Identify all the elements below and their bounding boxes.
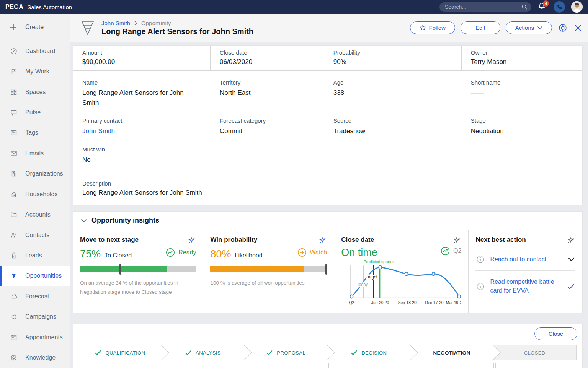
quarter-label: Q2 [453, 248, 461, 254]
progress-fill [80, 266, 167, 272]
close-tab-button[interactable] [573, 23, 583, 33]
sidebar-item-label: Opportunities [25, 272, 62, 279]
sidebar-item-pulse[interactable]: Pulse [0, 102, 70, 122]
create-button[interactable]: Create [0, 14, 70, 41]
stage-closed[interactable]: CLOSED [493, 345, 577, 360]
help-button[interactable] [557, 23, 568, 33]
sidebar-item-households[interactable]: Households [0, 184, 70, 204]
sidebar-item-organizations[interactable]: Organizations [0, 164, 70, 184]
user-avatar[interactable] [571, 1, 583, 13]
house-icon [10, 191, 18, 198]
follow-label: Follow [429, 24, 446, 31]
stage-qualification[interactable]: QUALIFICATION [78, 345, 162, 360]
globe-icon [10, 354, 18, 361]
global-search[interactable] [439, 2, 531, 12]
field-label: Probability [333, 49, 452, 56]
insight-title: Move to next stage [80, 236, 139, 244]
insight-title: Win probability [210, 236, 257, 244]
sidebar-item-dashboard[interactable]: Dashboard [0, 41, 70, 61]
field-label: Amount [82, 49, 201, 56]
task-identify-competition[interactable]: Identify competition [162, 363, 243, 368]
chevron-down-icon[interactable] [568, 257, 575, 262]
stage-decision[interactable]: DECISION [327, 345, 410, 360]
field-value: Long Range Alert Sensors for John Smith [82, 88, 190, 107]
content-scroll-area[interactable]: Amount $90,000.00 Close date 06/03/2020 … [70, 42, 588, 368]
insight-caption: 100 % is average of all won opportunitie… [210, 278, 327, 288]
field-name: Name Long Range Alert Sensors for John S… [73, 76, 199, 114]
phone-button[interactable] [554, 1, 565, 13]
sidebar-item-contacts[interactable]: Contacts [0, 225, 70, 245]
average-marker [119, 264, 121, 275]
progress-fill [210, 266, 304, 272]
sidebar-item-label: Appointments [25, 334, 63, 341]
trend-up-circle-icon [165, 248, 175, 257]
sidebar-item-campaigns[interactable]: Campaigns [0, 307, 70, 327]
stage-band: QUALIFICATION ANALYSIS [78, 345, 577, 360]
sidebar-item-leads[interactable]: Leads [0, 245, 70, 265]
stage-negotiation[interactable]: NEGOTIATION [410, 345, 493, 360]
actions-button[interactable]: Actions [506, 21, 552, 34]
stage-proposal[interactable]: PROPOSAL [244, 345, 327, 360]
check-icon [95, 350, 101, 355]
task-confirm-decision-date[interactable]: Confirm decision date [328, 363, 410, 368]
sparkle-icon [567, 236, 575, 244]
field-value: No [82, 155, 201, 165]
sidebar-item-label: Knowledge [25, 354, 56, 361]
insights-header[interactable]: Opportunity insights [73, 212, 582, 230]
sidebar-item-tags[interactable]: Tags [0, 123, 70, 143]
stage-analysis[interactable]: ANALYSIS [162, 345, 245, 360]
task-determine-time-frame[interactable]: Determine time-frame [78, 363, 160, 368]
action-link-battle-card[interactable]: Read competitive battle card for EVVA [490, 278, 562, 295]
edit-button[interactable]: Edit [461, 21, 500, 34]
sidebar-item-knowledge[interactable]: Knowledge [0, 348, 70, 368]
stage-tasks-grid: Determine time-frame Identify competitio… [78, 363, 577, 368]
check-icon[interactable] [567, 283, 575, 290]
breadcrumb-contact-link[interactable]: John Smith [101, 20, 130, 26]
watch-badge: Watch [297, 248, 327, 257]
win-probability-sub: Likelihood [235, 252, 263, 259]
fields-grid: Name Long Range Alert Sensors for John S… [73, 71, 582, 174]
x-axis-ticks: Q2 Jun-20-20 Sep-18-20 Dec-17-20 Mar-19-… [349, 300, 461, 305]
sidebar-item-forecast[interactable]: Forecast [0, 286, 70, 306]
task-prepare-contract[interactable]: Prepare contract [412, 363, 494, 368]
field-label: Primary contact [82, 117, 201, 124]
collapse-chevron-icon[interactable] [81, 219, 87, 223]
field-value: $90,000.00 [82, 58, 201, 66]
sidebar-item-appointments[interactable]: Appointments [0, 327, 70, 347]
sidebar-item-label: Accounts [25, 211, 51, 218]
sidebar-item-spaces[interactable]: Spaces [0, 82, 70, 102]
star-icon [420, 24, 426, 31]
search-icon[interactable] [521, 4, 528, 10]
follow-button[interactable]: Follow [410, 21, 455, 34]
insights-title: Opportunity insights [91, 217, 159, 225]
field-value: Negotiation [471, 126, 573, 136]
actions-label: Actions [515, 24, 534, 31]
field-source: Source Tradeshow [324, 114, 462, 143]
field-owner: Owner Terry Mason [462, 46, 582, 70]
sidebar-item-label: Households [25, 191, 58, 198]
sidebar-item-opportunities[interactable]: Opportunities [0, 266, 70, 286]
envelope-icon [10, 150, 18, 157]
primary-contact-link[interactable]: John Smith [82, 126, 201, 136]
megaphone-icon [10, 313, 18, 321]
stage-move-percent: 75% [80, 248, 101, 260]
sidebar: Create Dashboard My Work Spaces Pulse Ta… [0, 14, 70, 368]
field-label: Name [82, 79, 190, 86]
field-must-win: Must win No [73, 143, 211, 172]
dashboard-icon [10, 47, 18, 55]
close-stage-button[interactable]: Close [534, 327, 577, 340]
page-header: John Smith Opportunity Long Range Alert … [70, 14, 588, 42]
sidebar-item-accounts[interactable]: Accounts [0, 204, 70, 225]
close-label: Close [549, 331, 563, 337]
target-label: Target [366, 275, 378, 280]
field-territory: Territory North East [211, 76, 324, 114]
sidebar-item-my-work[interactable]: My Work [0, 61, 70, 81]
task-proposal-development[interactable]: Proposal development [245, 363, 327, 368]
search-input[interactable] [445, 4, 521, 10]
sidebar-item-emails[interactable]: Emails [0, 143, 70, 163]
close-date-line-chart: Predicted quarter [341, 259, 461, 306]
notifications-button[interactable]: 4 [537, 2, 547, 12]
sidebar-item-label: Forecast [25, 293, 49, 300]
action-link-reach-out[interactable]: Reach out to contact [490, 255, 563, 264]
sidebar-item-label: Pulse [25, 109, 41, 116]
